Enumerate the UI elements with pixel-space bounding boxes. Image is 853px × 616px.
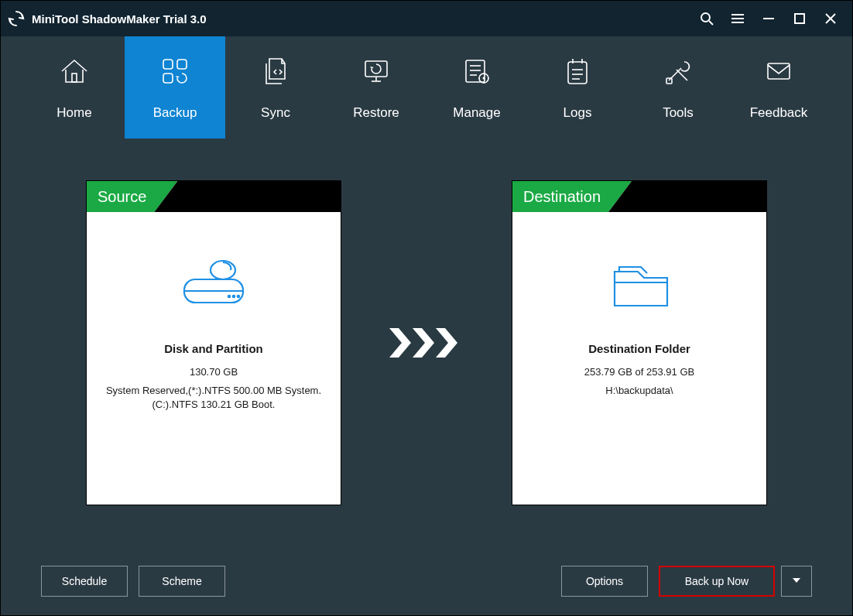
app-logo-icon (7, 9, 26, 28)
menu-icon[interactable] (722, 1, 753, 36)
svg-point-35 (211, 261, 235, 279)
work-area: Source D (1, 139, 852, 547)
svg-rect-6 (795, 14, 804, 23)
backup-icon (158, 54, 192, 91)
chevrons-icon (388, 180, 465, 505)
nav-item-home[interactable]: Home (24, 36, 125, 139)
app-window: MiniTool ShadowMaker Trial 3.0 Home (0, 0, 853, 616)
backup-now-button[interactable]: Back up Now (659, 566, 775, 597)
svg-line-1 (709, 21, 713, 25)
nav-label: Logs (564, 105, 592, 121)
bottom-bar: Schedule Scheme Options Back up Now (1, 547, 852, 615)
destination-path: H:\backupdata\ (601, 384, 677, 398)
destination-card-header: Destination (512, 181, 766, 212)
source-card[interactable]: Source D (86, 180, 341, 505)
backup-now-dropdown[interactable] (781, 566, 812, 597)
maximize-button[interactable] (784, 1, 815, 36)
nav-item-tools[interactable]: Tools (628, 36, 728, 139)
restore-icon (359, 54, 393, 91)
nav-label: Backup (153, 105, 197, 121)
destination-size: 253.79 GB of 253.91 GB (584, 366, 694, 378)
svg-rect-10 (163, 60, 173, 69)
nav-label: Tools (663, 105, 694, 121)
nav-label: Manage (453, 105, 500, 121)
nav-item-feedback[interactable]: Feedback (728, 36, 829, 139)
feedback-icon (762, 54, 796, 91)
source-details: System Reserved,(*:).NTFS 500.00 MB Syst… (101, 384, 326, 412)
svg-rect-11 (177, 60, 187, 69)
titlebar: MiniTool ShadowMaker Trial 3.0 (1, 1, 852, 36)
sync-icon (259, 54, 293, 91)
disk-icon (175, 247, 252, 320)
schedule-button[interactable]: Schedule (41, 566, 128, 597)
nav-item-sync[interactable]: Sync (225, 36, 326, 139)
main-nav: Home Backup Sync (1, 36, 852, 139)
close-button[interactable] (815, 1, 846, 36)
svg-point-21 (483, 77, 485, 80)
nav-label: Feedback (750, 105, 808, 121)
destination-card[interactable]: Destination Destination Folder 253.79 GB… (512, 180, 767, 505)
manage-icon (460, 54, 494, 91)
svg-rect-12 (163, 74, 173, 83)
svg-rect-33 (768, 63, 790, 79)
options-button[interactable]: Options (561, 566, 648, 597)
svg-marker-39 (389, 328, 411, 358)
nav-label: Home (57, 105, 91, 121)
app-title: MiniTool ShadowMaker Trial 3.0 (32, 12, 207, 26)
nav-item-restore[interactable]: Restore (326, 36, 426, 139)
search-icon[interactable] (691, 1, 722, 36)
svg-marker-42 (793, 578, 800, 583)
tools-icon (661, 54, 695, 91)
svg-marker-41 (436, 328, 457, 358)
chevron-down-icon (791, 575, 802, 588)
svg-point-37 (233, 295, 235, 296)
nav-label: Restore (353, 105, 399, 121)
svg-rect-13 (365, 61, 387, 77)
folder-icon (601, 247, 678, 320)
svg-rect-16 (466, 60, 485, 82)
nav-item-backup[interactable]: Backup (125, 36, 225, 139)
destination-title: Destination Folder (588, 342, 690, 355)
nav-label: Sync (261, 105, 290, 121)
svg-point-0 (701, 13, 710, 22)
svg-point-38 (238, 295, 239, 296)
svg-point-36 (228, 295, 230, 296)
svg-rect-9 (72, 74, 77, 82)
svg-marker-40 (413, 328, 434, 358)
home-icon (57, 54, 91, 91)
source-card-header: Source (87, 181, 341, 212)
source-title: Disk and Partition (164, 342, 263, 355)
nav-item-logs[interactable]: Logs (527, 36, 628, 139)
source-size: 130.70 GB (190, 366, 238, 378)
minimize-button[interactable] (753, 1, 784, 36)
scheme-button[interactable]: Scheme (139, 566, 225, 597)
logs-icon (560, 54, 594, 91)
nav-item-manage[interactable]: Manage (426, 36, 527, 139)
svg-rect-26 (568, 62, 587, 84)
